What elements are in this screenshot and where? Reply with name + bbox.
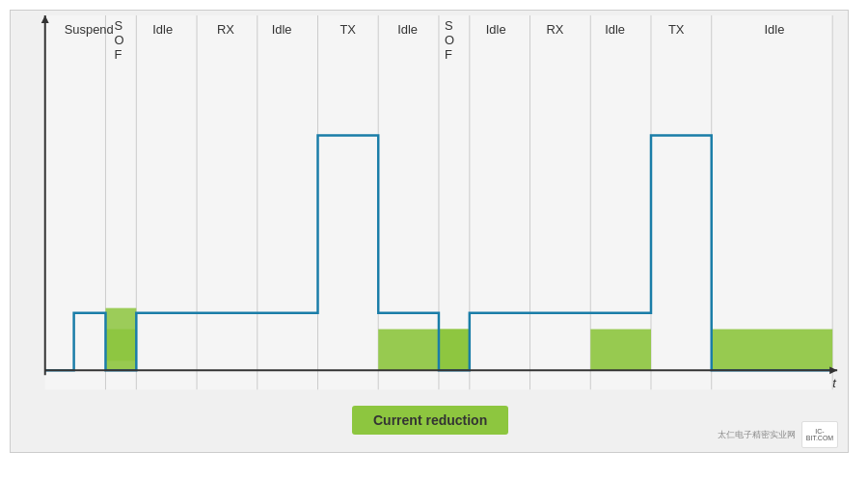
svg-rect-36 <box>590 330 651 371</box>
svg-text:TX: TX <box>668 22 685 37</box>
svg-rect-35 <box>439 330 470 371</box>
svg-rect-37 <box>712 330 832 371</box>
svg-text:Idle: Idle <box>605 22 625 37</box>
svg-text:S: S <box>445 18 453 33</box>
svg-text:O: O <box>445 33 454 47</box>
svg-rect-33 <box>105 330 136 371</box>
svg-text:Suspend: Suspend <box>65 22 114 37</box>
svg-text:F: F <box>114 47 122 62</box>
watermark-text: 太仁电子精密实业网 <box>718 429 796 441</box>
svg-text:RX: RX <box>546 22 563 37</box>
current-reduction-label: Current reduction <box>352 406 508 435</box>
svg-text:TX: TX <box>339 22 356 37</box>
watermark: 太仁电子精密实业网 IC-BIT.COM <box>718 421 838 448</box>
svg-text:O: O <box>114 33 123 47</box>
svg-text:Idle: Idle <box>397 22 418 37</box>
watermark-logo: IC-BIT.COM <box>801 421 838 448</box>
svg-text:F: F <box>445 47 452 62</box>
svg-text:S: S <box>114 18 122 33</box>
chart-container: Suspend S O F Idle RX Idle TX Idle S O F… <box>10 10 849 453</box>
svg-text:Idle: Idle <box>152 22 173 37</box>
svg-text:Idle: Idle <box>486 22 506 37</box>
svg-text:Idle: Idle <box>764 22 784 37</box>
svg-text:Idle: Idle <box>272 22 292 37</box>
svg-text:RX: RX <box>217 22 234 37</box>
